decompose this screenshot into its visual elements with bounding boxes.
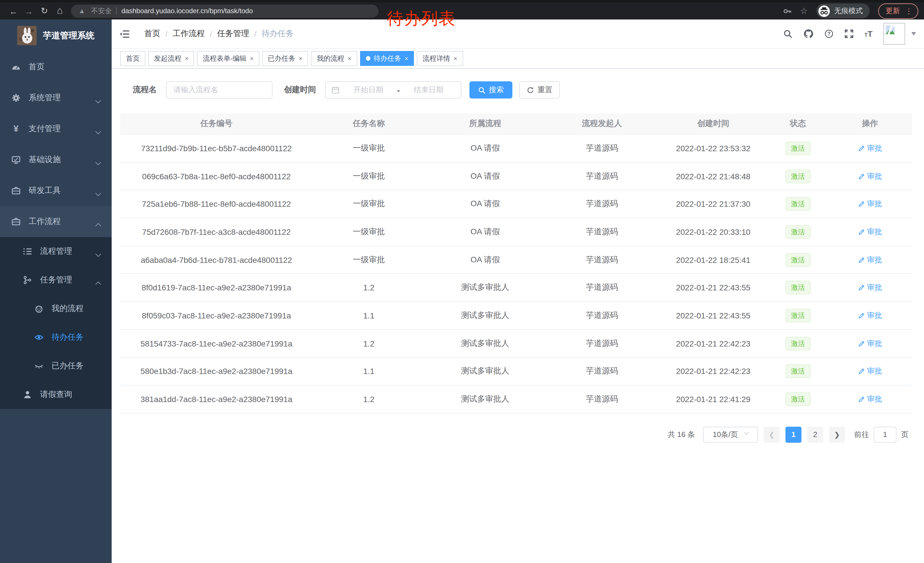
page-size-value: 10条/页	[713, 429, 738, 440]
column-header: 状态	[768, 119, 828, 129]
column-header: 创建时间	[658, 119, 768, 129]
process-name-input[interactable]: 请输入流程名	[166, 81, 273, 99]
sidebar-item-label: 基础设施	[28, 155, 61, 165]
close-icon[interactable]: ×	[185, 55, 189, 62]
goto-page-input[interactable]: 1	[874, 427, 897, 443]
prev-page-button[interactable]: ❮	[764, 427, 780, 443]
sidebar-item-home[interactable]: 首页	[0, 51, 112, 83]
pen-icon	[858, 200, 865, 207]
sidebar-item-payment[interactable]: ¥支付管理	[0, 113, 112, 144]
close-icon[interactable]: ×	[453, 55, 457, 62]
page-size-select[interactable]: 10条/页	[703, 427, 758, 443]
tab-todo-task[interactable]: 待办任务×	[360, 51, 414, 66]
cell-status: 激活	[768, 336, 828, 350]
address-bar[interactable]: ▲! 不安全 dashboard.yudao.iocoder.cn/bpm/ta…	[71, 4, 378, 18]
table-row: 75d72608-7b7f-11ec-a3c8-acde48001122一级审批…	[120, 218, 912, 246]
avatar[interactable]	[884, 23, 905, 45]
eye-icon	[34, 333, 44, 342]
column-header: 操作	[828, 119, 912, 129]
close-icon[interactable]: ×	[348, 55, 351, 62]
close-icon[interactable]: ×	[405, 55, 408, 62]
approve-link[interactable]: 审批	[858, 311, 882, 321]
monitor-icon	[12, 155, 21, 164]
search-icon[interactable]	[783, 29, 792, 38]
incognito-label: 无痕模式	[834, 6, 863, 16]
github-icon[interactable]	[803, 29, 813, 39]
cell-process: 测试多审批人	[425, 283, 545, 293]
breadcrumb-item[interactable]: 首页	[144, 29, 160, 39]
cell-id: a6aba0a4-7b6d-11ec-b781-acde48001122	[120, 255, 313, 264]
sidebar-item-done-task[interactable]: 已办任务	[0, 352, 112, 380]
cell-name: 一级审批	[313, 199, 425, 209]
breadcrumb-separator: /	[165, 30, 168, 38]
approve-link[interactable]: 审批	[858, 283, 882, 293]
cell-status: 激活	[768, 141, 828, 155]
sidebar-item-label: 支付管理	[28, 124, 61, 134]
sidebar-item-devtools[interactable]: 研发工具	[0, 175, 112, 206]
tab-home[interactable]: 首页	[120, 51, 146, 66]
table-row: 725a1eb6-7b88-11ec-8ef0-acde48001122一级审批…	[120, 191, 912, 218]
approve-label: 审批	[867, 311, 882, 321]
password-key-icon[interactable]	[783, 7, 792, 15]
sidebar-item-label: 工作流程	[28, 216, 61, 227]
browser-update-button[interactable]: 更新 ⋮	[878, 3, 918, 19]
browser-forward-icon[interactable]: →	[21, 6, 37, 16]
page-button-1[interactable]: 1	[786, 427, 801, 443]
close-icon[interactable]: ×	[250, 55, 254, 62]
hamburger-icon[interactable]	[120, 30, 129, 38]
sidebar-item-system[interactable]: 系统管理	[0, 83, 112, 113]
close-icon[interactable]: ×	[299, 55, 303, 62]
breadcrumb-item[interactable]: 任务管理	[217, 29, 249, 39]
cell-action: 审批	[828, 255, 912, 265]
tab-process-detail[interactable]: 流程详情×	[417, 51, 463, 66]
sidebar-item-leave-query[interactable]: 请假查询	[0, 380, 112, 409]
breadcrumb-separator: /	[255, 30, 256, 38]
approve-link[interactable]: 审批	[858, 227, 882, 237]
cell-time: 2022-01-21 22:41:29	[658, 395, 768, 404]
approve-link[interactable]: 审批	[858, 171, 882, 181]
date-range-picker[interactable]: 开始日期 - 结束日期	[325, 81, 461, 99]
tab-done-task[interactable]: 已办任务×	[262, 51, 308, 66]
tab-my-process[interactable]: 我的流程×	[311, 51, 357, 66]
cell-process: OA 请假	[425, 171, 545, 181]
sidebar-item-infra[interactable]: 基础设施	[0, 144, 112, 175]
search-button[interactable]: 搜索	[470, 81, 512, 99]
fullscreen-icon[interactable]	[844, 29, 854, 38]
table-row: 580e1b3d-7ac8-11ec-a9e2-a2380e71991a1.1测…	[120, 358, 912, 386]
browser-reload-icon[interactable]: ↻	[37, 6, 52, 16]
app-logo-row[interactable]: 芋道管理系统	[0, 20, 112, 51]
sidebar-item-task-mgmt[interactable]: 任务管理	[0, 266, 112, 294]
browser-toolbar: ← → ↻ ⌂ ▲! 不安全 dashboard.yudao.iocoder.c…	[0, 0, 924, 20]
approve-link[interactable]: 审批	[858, 143, 882, 153]
next-page-button[interactable]: ❯	[829, 427, 845, 443]
sidebar-item-label: 请假查询	[40, 389, 72, 400]
cell-process: 测试多审批人	[425, 366, 545, 377]
approve-link[interactable]: 审批	[858, 255, 882, 265]
sidebar-item-my-process[interactable]: 我的流程	[0, 294, 112, 323]
table-row: 8f059c03-7ac8-11ec-a9e2-a2380e71991a1.1测…	[120, 302, 912, 330]
browser-menu-icon[interactable]: ⋮	[905, 7, 912, 15]
sidebar-item-process-mgmt[interactable]: 流程管理	[0, 237, 112, 266]
browser-back-icon[interactable]: ←	[6, 6, 21, 16]
tab-form-edit[interactable]: 流程表单-编辑×	[197, 51, 260, 66]
browser-home-icon[interactable]: ⌂	[52, 5, 68, 17]
reset-button[interactable]: 重置	[519, 81, 560, 99]
approve-link[interactable]: 审批	[858, 199, 882, 209]
font-size-icon[interactable]: TT	[864, 30, 873, 38]
approve-link[interactable]: 审批	[858, 338, 882, 348]
status-badge: 激活	[786, 225, 811, 239]
create-time-label: 创建时间	[284, 85, 316, 95]
sidebar-item-todo-task[interactable]: 待办任务	[0, 323, 112, 352]
bookmark-star-icon[interactable]: ☆	[800, 6, 808, 16]
search-button-label: 搜索	[489, 85, 504, 95]
help-icon[interactable]	[824, 29, 834, 38]
page-button-2[interactable]: 2	[807, 427, 823, 443]
approve-link[interactable]: 审批	[858, 366, 882, 377]
sidebar-item-workflow[interactable]: 工作流程	[0, 206, 112, 237]
approve-link[interactable]: 审批	[858, 394, 882, 404]
column-header: 任务名称	[313, 119, 425, 129]
tab-start-process[interactable]: 发起流程×	[148, 51, 194, 66]
chevron-up-icon	[96, 280, 100, 289]
breadcrumb-item[interactable]: 工作流程	[172, 29, 205, 39]
avatar-caret-icon[interactable]	[911, 32, 916, 36]
